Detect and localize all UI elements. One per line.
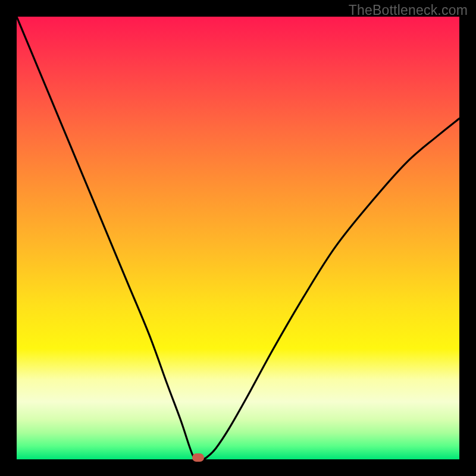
curve-svg xyxy=(17,17,459,459)
bottleneck-curve xyxy=(17,17,459,459)
optimum-marker xyxy=(192,453,204,462)
watermark-text: TheBottleneck.com xyxy=(349,2,468,18)
chart-frame: TheBottleneck.com xyxy=(0,0,476,476)
plot-area xyxy=(17,17,459,459)
